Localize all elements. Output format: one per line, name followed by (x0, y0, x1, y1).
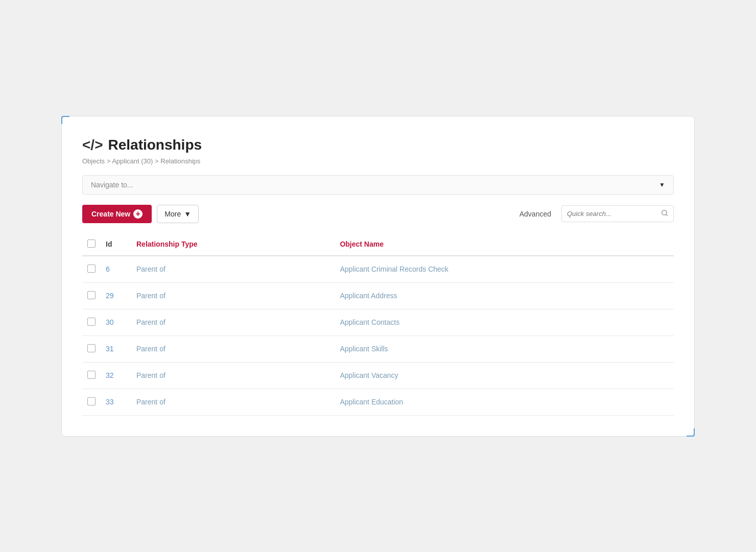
row-checkbox-cell (82, 389, 101, 415)
table-row: 31 Parent of Applicant Skills (82, 335, 674, 362)
table-row: 6 Parent of Applicant Criminal Records C… (82, 256, 674, 283)
row-object-name[interactable]: Applicant Skills (335, 335, 674, 362)
header-id[interactable]: Id (101, 233, 131, 256)
search-icon (661, 209, 668, 218)
row-relationship-type[interactable]: Parent of (131, 282, 335, 309)
breadcrumb-relationships: Relationships (160, 157, 200, 165)
row-relationship-type[interactable]: Parent of (131, 362, 335, 389)
row-checkbox[interactable] (87, 397, 96, 405)
table-row: 32 Parent of Applicant Vacancy (82, 362, 674, 389)
row-object-name[interactable]: Applicant Education (335, 389, 674, 415)
row-id[interactable]: 29 (101, 282, 131, 309)
search-box[interactable] (561, 205, 674, 222)
row-id[interactable]: 32 (101, 362, 131, 389)
row-id[interactable]: 6 (101, 256, 131, 283)
row-object-name[interactable]: Applicant Criminal Records Check (335, 256, 674, 283)
search-input[interactable] (567, 210, 658, 218)
more-label: More (164, 210, 181, 218)
plus-icon: + (133, 209, 143, 219)
row-checkbox[interactable] (87, 318, 96, 326)
create-new-button[interactable]: Create New + (82, 205, 152, 223)
row-object-name[interactable]: Applicant Address (335, 282, 674, 309)
navigate-dropdown-icon: ▼ (659, 181, 665, 188)
navigate-bar[interactable]: Navigate to... ▼ (82, 175, 674, 195)
create-new-label: Create New (91, 210, 130, 218)
breadcrumb-objects[interactable]: Objects (82, 157, 105, 165)
page-title-container: </> Relationships (82, 137, 674, 153)
more-dropdown-icon: ▼ (184, 210, 191, 218)
toolbar: Create New + More ▼ Advanced (82, 205, 674, 223)
row-checkbox-cell (82, 309, 101, 335)
row-checkbox[interactable] (87, 265, 96, 273)
row-checkbox[interactable] (87, 344, 96, 352)
header-relationship-type[interactable]: Relationship Type (131, 233, 335, 256)
header-object-name[interactable]: Object Name (335, 233, 674, 256)
breadcrumb-sep1: > (107, 157, 112, 165)
row-checkbox-cell (82, 256, 101, 283)
row-object-name[interactable]: Applicant Contacts (335, 309, 674, 335)
advanced-link[interactable]: Advanced (519, 210, 551, 218)
row-checkbox-cell (82, 362, 101, 389)
table-row: 29 Parent of Applicant Address (82, 282, 674, 309)
row-checkbox[interactable] (87, 371, 96, 379)
row-id[interactable]: 33 (101, 389, 131, 415)
table-row: 30 Parent of Applicant Contacts (82, 309, 674, 335)
row-id[interactable]: 30 (101, 309, 131, 335)
row-relationship-type[interactable]: Parent of (131, 256, 335, 283)
row-checkbox[interactable] (87, 291, 96, 299)
breadcrumb-sep2: > (155, 157, 160, 165)
header-checkbox[interactable] (87, 239, 96, 248)
table-row: 33 Parent of Applicant Education (82, 389, 674, 415)
row-relationship-type[interactable]: Parent of (131, 309, 335, 335)
row-relationship-type[interactable]: Parent of (131, 389, 335, 415)
page-title: Relationships (108, 137, 202, 153)
more-button[interactable]: More ▼ (157, 205, 199, 223)
row-object-name[interactable]: Applicant Vacancy (335, 362, 674, 389)
row-checkbox-cell (82, 282, 101, 309)
header-checkbox-col (82, 233, 101, 256)
svg-line-1 (666, 214, 668, 216)
row-relationship-type[interactable]: Parent of (131, 335, 335, 362)
title-code-icon: </> (82, 137, 103, 153)
navigate-label: Navigate to... (91, 181, 133, 189)
row-id[interactable]: 31 (101, 335, 131, 362)
table-header-row: Id Relationship Type Object Name (82, 233, 674, 256)
relationships-table: Id Relationship Type Object Name 6 Paren… (82, 233, 674, 416)
main-card: </> Relationships Objects > Applicant (3… (61, 116, 695, 437)
breadcrumb-applicant[interactable]: Applicant (30) (112, 157, 153, 165)
row-checkbox-cell (82, 335, 101, 362)
breadcrumb: Objects > Applicant (30) > Relationships (82, 157, 674, 165)
